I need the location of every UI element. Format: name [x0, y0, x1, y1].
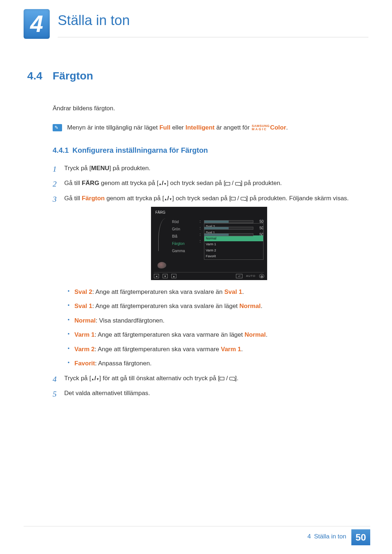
- osd-values: :50 :50 :50 : Sval 2 Sval 1 Normal Varm …: [200, 218, 264, 268]
- bullet-favorit: Favorit: Anpassa färgtonen.: [68, 359, 354, 368]
- section-heading: 4.4Färgton: [27, 70, 368, 82]
- source-icon: [220, 377, 224, 380]
- osd-up-icon: ▲: [171, 274, 176, 278]
- step-5: 5 Det valda alternativet tillämpas.: [53, 388, 354, 398]
- footer-chapter-number: 4: [307, 533, 311, 540]
- down-icon: [96, 375, 99, 382]
- note: Menyn är inte tillgänglig när läget Full…: [53, 123, 354, 132]
- osd-auto-label: AUTO: [246, 274, 256, 279]
- steps-list: 1 Tryck på [MENU] på produkten. 2 Gå til…: [53, 163, 354, 398]
- subsection-title: Konfigurera inställningarna för Färgton: [72, 146, 208, 154]
- osd-menu-labels: Röd Grön Blå Färgton Gamma: [172, 218, 197, 268]
- footer-page-number: 50: [351, 529, 370, 545]
- osd-screenshot: FÄRG Röd Grön Blå Färgton Gamma: [151, 207, 267, 280]
- subsection-number: 4.4.1: [53, 146, 69, 154]
- option-bullets: Sval 2: Ange att färgtemperaturen ska va…: [68, 287, 354, 368]
- chapter-number-badge: 4: [24, 9, 50, 39]
- osd-title: FÄRG: [154, 209, 264, 216]
- enter-icon: [229, 377, 235, 380]
- up-icon: [91, 375, 94, 382]
- osd-footer: ◄ ▼ ▲ ⏎ AUTO ⏻: [154, 272, 264, 280]
- section-title: Färgton: [53, 70, 93, 82]
- enter-icon: [235, 182, 241, 185]
- chapter-title: Ställa in ton: [58, 9, 368, 37]
- bullet-sval2: Sval 2: Ange att färgtemperaturen ska va…: [68, 287, 354, 297]
- page-footer: 4 Ställa in ton 50: [307, 529, 370, 545]
- bullet-normal: Normal: Visa standardfärgtonen.: [68, 316, 354, 325]
- page-header: 4 Ställa in ton: [24, 9, 368, 39]
- osd-enter-icon: ⏎: [236, 274, 242, 278]
- section-intro: Ändrar bildens färgton.: [53, 104, 354, 113]
- samsung-magic-logo: SAMSUNGMAGIC: [252, 124, 270, 131]
- enter-icon: [241, 197, 246, 200]
- source-icon: [231, 197, 236, 200]
- osd-left-icon: ◄: [154, 274, 159, 278]
- step-4: 4 Tryck på [/] för att gå till önskat al…: [53, 373, 354, 383]
- note-text: Menyn är inte tillgänglig när läget Full…: [67, 123, 288, 132]
- down-icon: [169, 195, 172, 202]
- section-number: 4.4: [27, 70, 53, 82]
- osd-curve-decoration: [158, 218, 168, 251]
- step-2: 2 Gå till FÄRG genom att trycka på [/] o…: [53, 178, 354, 188]
- bullet-sval1: Sval 1: Ange att färgtemperaturen ska va…: [68, 301, 354, 311]
- step-3: 3 Gå till Färgton genom att trycka på [/…: [53, 193, 354, 368]
- up-icon: [164, 195, 167, 202]
- osd-power-icon: ⏻: [259, 274, 264, 278]
- menu-key: MENU: [91, 165, 109, 172]
- bullet-varm2: Varm 2: Ange att färgtemperaturen ska va…: [68, 345, 354, 354]
- subsection-heading: 4.4.1Konfigurera inställningarna för Fär…: [53, 146, 354, 155]
- osd-down-icon: ▼: [163, 274, 168, 278]
- footer-rule: [24, 526, 370, 526]
- up-icon: [159, 180, 162, 186]
- footer-chapter-title: Ställa in ton: [314, 533, 346, 540]
- source-icon: [225, 182, 230, 185]
- palette-icon: [158, 262, 166, 268]
- bullet-varm1: Varm 1: Ange att färgtemperaturen ska va…: [68, 330, 354, 340]
- note-icon: [53, 124, 62, 131]
- step-1: 1 Tryck på [MENU] på produkten.: [53, 163, 354, 173]
